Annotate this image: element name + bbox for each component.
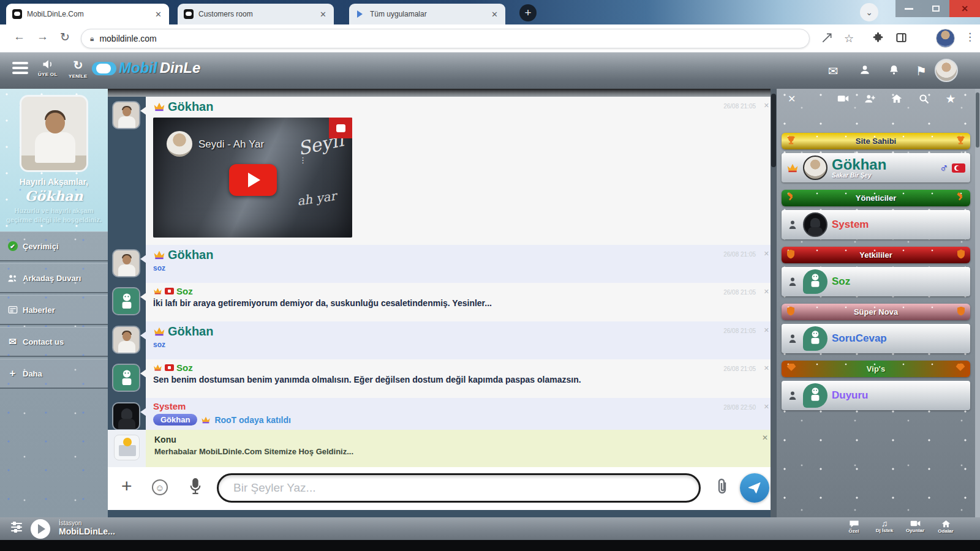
favorites-star-icon[interactable]: ★ [937,92,964,106]
home-icon[interactable] [883,94,910,103]
private-chat-button[interactable]: Özel [838,520,870,534]
emoji-button[interactable]: ☺ [152,479,168,495]
message-author[interactable]: Soz [176,286,193,296]
message-close-icon[interactable]: ✕ [764,326,769,334]
scrollbar-thumb[interactable] [976,92,979,148]
profile-person-icon[interactable] [859,64,871,76]
message-close-icon[interactable]: ✕ [764,250,769,258]
user-badge[interactable]: Gökhan [153,414,197,425]
group-banner-officials[interactable]: Yetkililer [782,247,970,263]
avatar-gokhan[interactable] [112,249,140,277]
sidebar-item-more[interactable]: + Daha [0,359,108,389]
tab-close-icon[interactable]: ✕ [154,10,163,19]
message-author[interactable]: Soz [176,362,193,373]
chat-scrollbar[interactable] [771,89,777,517]
site-logo[interactable]: MobilDinLe [92,59,200,77]
tab-close-icon[interactable]: ✕ [490,10,499,19]
message-author[interactable]: Gökhan [168,248,213,262]
youtube-logo-badge[interactable] [329,118,352,138]
user-avatar[interactable] [803,326,827,351]
sidebar-scrollbar[interactable] [975,89,980,517]
message-close-icon[interactable]: ✕ [764,364,769,372]
bookmark-star-icon[interactable]: ☆ [844,32,856,44]
browser-menu-icon[interactable]: ⋮ [965,31,975,43]
user-row-system[interactable]: System [782,210,970,239]
message-close-icon[interactable]: ✕ [764,403,769,411]
back-button[interactable]: ← [13,30,25,43]
browser-tab-2[interactable]: Customers room ✕ [178,4,334,24]
menu-hamburger-icon[interactable] [12,62,28,74]
message-close-icon[interactable]: ✕ [764,288,769,296]
url-bar[interactable]: 🔒︎ mobildinle.com [81,29,810,48]
browser-tab-active[interactable]: MobiLDinLe.Com ✕ [6,4,169,24]
user-name[interactable]: SoruCevap [832,333,887,344]
avatar-soz[interactable] [112,287,140,315]
player-play-button[interactable] [31,519,50,539]
message-author[interactable]: Gökhan [168,324,213,339]
user-avatar[interactable] [803,269,827,294]
user-row-gokhan[interactable]: Gökhan Sakar Bir Şey ♂ [782,153,970,182]
sidebar-item-news[interactable]: Haberler [0,295,108,325]
scrollbar-thumb[interactable] [771,94,776,167]
window-minimize-button[interactable] [895,0,922,17]
message-input[interactable] [217,473,701,503]
sidebar-item-friend-wall[interactable]: Arkadaş Duvarı [0,263,108,293]
group-banner-administrators[interactable]: Yöneticiler [782,190,970,206]
microphone-button[interactable] [189,478,202,496]
user-avatar[interactable] [803,212,827,237]
webcam-icon[interactable] [829,94,856,103]
user-avatar[interactable] [803,383,827,408]
sidebar-item-online-status[interactable]: ✔ Çevrimiçi [0,231,108,261]
avatar-gokhan[interactable] [112,326,140,354]
dj-request-button[interactable]: ♫ Dj İstek [869,520,900,533]
paperclip-icon[interactable] [715,478,730,496]
send-button[interactable] [740,473,769,503]
attach-plus-button[interactable]: + [121,476,132,497]
topic-close-icon[interactable]: ✕ [762,433,768,442]
group-banner-super-nova[interactable]: Süper Nova [782,304,970,320]
video-play-button[interactable] [229,164,277,196]
new-tab-button[interactable]: + [519,4,537,21]
messages-mail-icon[interactable]: ✉ [828,64,839,78]
report-flag-icon[interactable]: ⚑ [916,64,927,78]
search-icon[interactable] [910,94,937,104]
window-close-button[interactable]: ✕ [949,0,980,17]
avatar-soz[interactable] [112,364,140,392]
avatar-gokhan[interactable] [112,101,140,129]
tab-search-chevron[interactable]: ⌄ [860,3,878,21]
tab-close-icon[interactable]: ✕ [318,10,328,19]
share-icon[interactable] [821,32,833,44]
user-avatar[interactable] [935,59,958,82]
user-name[interactable]: Gökhan [832,157,886,172]
user-avatar[interactable] [803,156,827,180]
sidebar-item-contact-us[interactable]: ✉ Contact us [0,327,108,357]
extensions-icon[interactable] [872,32,884,44]
user-row-sorucevap[interactable]: SoruCevap [782,324,970,353]
message-author[interactable]: Gökhan [168,100,213,114]
rooms-button[interactable]: Odalar [930,520,962,534]
user-name[interactable]: Soz [832,276,850,287]
window-maximize-button[interactable] [922,0,949,17]
join-button[interactable]: ÜYE OL [38,58,58,77]
avatar-system[interactable] [112,402,140,430]
browser-tab-3[interactable]: Tüm uygulamalar ✕ [349,4,505,24]
user-row-soz[interactable]: Soz [782,267,970,296]
sidebar-panel-icon[interactable] [895,32,908,44]
youtube-embed[interactable]: Seydi - Ah Yar ⋮ Seyfi ah yar [153,118,352,238]
message-author[interactable]: System [153,401,186,411]
close-panel-icon[interactable]: ✕ [788,93,806,105]
browser-profile-avatar[interactable] [936,29,955,48]
user-row-duyuru[interactable]: Duyuru [782,381,970,410]
notifications-bell-icon[interactable] [888,64,900,76]
refresh-button[interactable]: ↻ YENİLE [69,58,88,79]
profile-photo[interactable] [20,95,88,172]
equalizer-icon[interactable] [11,523,22,534]
message-close-icon[interactable]: ✕ [764,102,769,110]
group-banner-vip[interactable]: Vip's [782,361,970,377]
user-name[interactable]: System [832,219,869,230]
reload-button[interactable]: ↻ [60,30,70,44]
games-button[interactable]: Oyunlar [899,520,931,533]
forward-button[interactable]: → [37,30,48,43]
group-banner-site-owner[interactable]: Site Sahibi [782,133,970,149]
add-user-icon[interactable] [856,94,883,103]
